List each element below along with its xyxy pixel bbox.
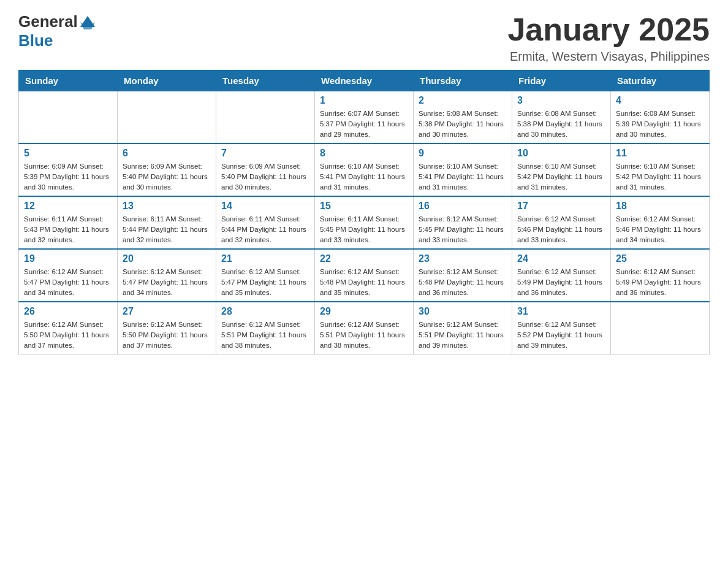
day-info: Sunrise: 6:11 AM Sunset: 5:44 PM Dayligh… [123,214,211,245]
month-title: January 2025 [507,12,710,47]
calendar-cell: 11Sunrise: 6:10 AM Sunset: 5:42 PM Dayli… [611,144,710,196]
calendar-cell: 23Sunrise: 6:12 AM Sunset: 5:48 PM Dayli… [414,249,512,302]
calendar-header-sunday: Sunday [19,71,118,91]
calendar-table: SundayMondayTuesdayWednesdayThursdayFrid… [18,70,710,354]
day-number: 31 [517,306,605,317]
calendar-cell: 22Sunrise: 6:12 AM Sunset: 5:48 PM Dayli… [315,249,414,302]
calendar-week-row: 19Sunrise: 6:12 AM Sunset: 5:47 PM Dayli… [19,249,710,302]
calendar-cell: 9Sunrise: 6:10 AM Sunset: 5:41 PM Daylig… [414,144,512,196]
calendar-cell: 16Sunrise: 6:12 AM Sunset: 5:45 PM Dayli… [414,196,512,249]
day-info: Sunrise: 6:08 AM Sunset: 5:39 PM Dayligh… [616,109,704,139]
day-number: 12 [24,201,112,212]
day-number: 20 [123,253,211,264]
calendar-cell: 24Sunrise: 6:12 AM Sunset: 5:49 PM Dayli… [512,249,611,302]
day-number: 18 [616,201,704,212]
logo: General Blue [18,12,96,50]
calendar-cell: 17Sunrise: 6:12 AM Sunset: 5:46 PM Dayli… [512,196,611,249]
day-number: 11 [616,148,704,159]
day-info: Sunrise: 6:12 AM Sunset: 5:50 PM Dayligh… [123,320,211,350]
calendar-cell [19,91,118,144]
calendar-cell: 28Sunrise: 6:12 AM Sunset: 5:51 PM Dayli… [216,302,315,354]
day-number: 10 [517,148,605,159]
day-number: 30 [419,306,507,317]
day-number: 21 [221,253,309,264]
day-info: Sunrise: 6:08 AM Sunset: 5:38 PM Dayligh… [419,109,507,139]
day-info: Sunrise: 6:12 AM Sunset: 5:52 PM Dayligh… [517,320,605,350]
day-number: 1 [320,95,408,106]
calendar-header-friday: Friday [512,71,611,91]
calendar-cell: 26Sunrise: 6:12 AM Sunset: 5:50 PM Dayli… [19,302,118,354]
day-number: 19 [24,253,112,264]
day-number: 3 [517,95,605,106]
calendar-week-row: 26Sunrise: 6:12 AM Sunset: 5:50 PM Dayli… [19,302,710,354]
day-info: Sunrise: 6:09 AM Sunset: 5:40 PM Dayligh… [221,161,309,192]
calendar-cell [216,91,315,144]
calendar-cell [611,302,710,354]
day-info: Sunrise: 6:12 AM Sunset: 5:47 PM Dayligh… [221,267,309,297]
day-number: 5 [24,148,112,159]
calendar-cell: 7Sunrise: 6:09 AM Sunset: 5:40 PM Daylig… [216,144,315,196]
calendar-cell: 2Sunrise: 6:08 AM Sunset: 5:38 PM Daylig… [414,91,512,144]
calendar-cell: 30Sunrise: 6:12 AM Sunset: 5:51 PM Dayli… [414,302,512,354]
calendar-cell: 18Sunrise: 6:12 AM Sunset: 5:46 PM Dayli… [611,196,710,249]
day-number: 23 [419,253,507,264]
day-number: 22 [320,253,408,264]
logo-general-text: General [18,12,78,31]
day-info: Sunrise: 6:11 AM Sunset: 5:43 PM Dayligh… [24,214,112,245]
calendar-cell: 10Sunrise: 6:10 AM Sunset: 5:42 PM Dayli… [512,144,611,196]
day-info: Sunrise: 6:10 AM Sunset: 5:42 PM Dayligh… [616,161,704,192]
day-info: Sunrise: 6:11 AM Sunset: 5:44 PM Dayligh… [221,214,309,245]
day-number: 8 [320,148,408,159]
calendar-cell [118,91,216,144]
calendar-header-tuesday: Tuesday [216,71,315,91]
calendar-week-row: 1Sunrise: 6:07 AM Sunset: 5:37 PM Daylig… [19,91,710,144]
day-info: Sunrise: 6:12 AM Sunset: 5:46 PM Dayligh… [616,214,704,245]
day-info: Sunrise: 6:12 AM Sunset: 5:51 PM Dayligh… [221,320,309,350]
day-number: 29 [320,306,408,317]
day-number: 16 [419,201,507,212]
calendar-cell: 13Sunrise: 6:11 AM Sunset: 5:44 PM Dayli… [118,196,216,249]
day-number: 14 [221,201,309,212]
day-info: Sunrise: 6:12 AM Sunset: 5:48 PM Dayligh… [320,267,408,297]
calendar-cell: 1Sunrise: 6:07 AM Sunset: 5:37 PM Daylig… [315,91,414,144]
day-info: Sunrise: 6:12 AM Sunset: 5:46 PM Dayligh… [517,214,605,245]
calendar-cell: 29Sunrise: 6:12 AM Sunset: 5:51 PM Dayli… [315,302,414,354]
calendar-cell: 31Sunrise: 6:12 AM Sunset: 5:52 PM Dayli… [512,302,611,354]
day-info: Sunrise: 6:12 AM Sunset: 5:48 PM Dayligh… [419,267,507,297]
logo-blue-text: Blue [18,31,53,50]
day-info: Sunrise: 6:09 AM Sunset: 5:40 PM Dayligh… [123,161,211,192]
day-number: 28 [221,306,309,317]
calendar-header-saturday: Saturday [611,71,710,91]
day-number: 6 [123,148,211,159]
calendar-cell: 8Sunrise: 6:10 AM Sunset: 5:41 PM Daylig… [315,144,414,196]
day-number: 13 [123,201,211,212]
day-number: 4 [616,95,704,106]
calendar-header-row: SundayMondayTuesdayWednesdayThursdayFrid… [19,71,710,91]
day-info: Sunrise: 6:12 AM Sunset: 5:47 PM Dayligh… [24,267,112,297]
day-info: Sunrise: 6:12 AM Sunset: 5:50 PM Dayligh… [24,320,112,350]
day-info: Sunrise: 6:09 AM Sunset: 5:39 PM Dayligh… [24,161,112,192]
day-info: Sunrise: 6:10 AM Sunset: 5:42 PM Dayligh… [517,161,605,192]
calendar-cell: 4Sunrise: 6:08 AM Sunset: 5:39 PM Daylig… [611,91,710,144]
calendar-header-wednesday: Wednesday [315,71,414,91]
calendar-week-row: 5Sunrise: 6:09 AM Sunset: 5:39 PM Daylig… [19,144,710,196]
day-number: 7 [221,148,309,159]
calendar-cell: 15Sunrise: 6:11 AM Sunset: 5:45 PM Dayli… [315,196,414,249]
day-number: 17 [517,201,605,212]
day-number: 27 [123,306,211,317]
day-info: Sunrise: 6:12 AM Sunset: 5:45 PM Dayligh… [419,214,507,245]
day-number: 25 [616,253,704,264]
logo-icon [79,13,96,31]
calendar-header-thursday: Thursday [414,71,512,91]
calendar-cell: 12Sunrise: 6:11 AM Sunset: 5:43 PM Dayli… [19,196,118,249]
calendar-cell: 20Sunrise: 6:12 AM Sunset: 5:47 PM Dayli… [118,249,216,302]
page-header: General Blue January 2025 Ermita, Wester… [18,12,710,64]
calendar-week-row: 12Sunrise: 6:11 AM Sunset: 5:43 PM Dayli… [19,196,710,249]
day-info: Sunrise: 6:12 AM Sunset: 5:49 PM Dayligh… [616,267,704,297]
calendar-cell: 5Sunrise: 6:09 AM Sunset: 5:39 PM Daylig… [19,144,118,196]
day-info: Sunrise: 6:10 AM Sunset: 5:41 PM Dayligh… [419,161,507,192]
location-text: Ermita, Western Visayas, Philippines [507,50,710,64]
day-number: 24 [517,253,605,264]
day-info: Sunrise: 6:10 AM Sunset: 5:41 PM Dayligh… [320,161,408,192]
calendar-cell: 14Sunrise: 6:11 AM Sunset: 5:44 PM Dayli… [216,196,315,249]
